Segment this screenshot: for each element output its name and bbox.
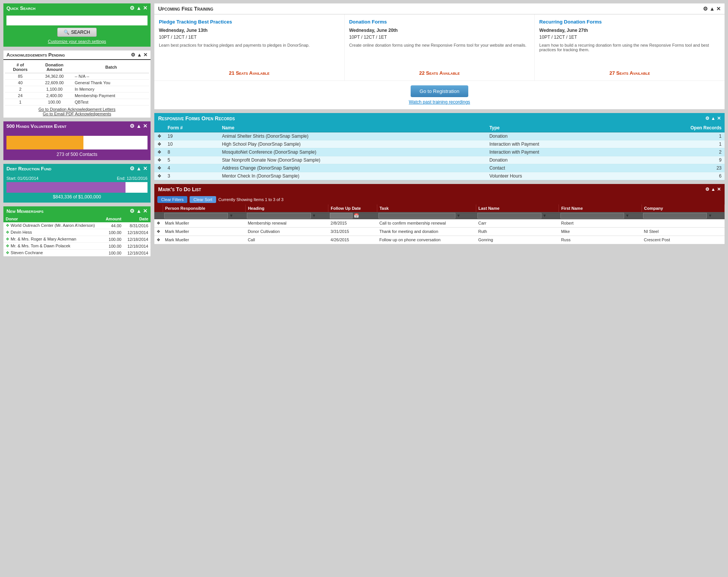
forms-row-arrow[interactable]: ❖ xyxy=(154,164,165,172)
forms-row-arrow[interactable]: ❖ xyxy=(154,148,165,156)
forms-row-num: 8 xyxy=(165,148,219,156)
mem-donor[interactable]: ❖ World Outreach Center (Mr. Aaron A'nde… xyxy=(3,222,102,229)
mem-icons: ⚙ ▲ ✕ xyxy=(130,208,147,214)
forms-close-icon[interactable]: ✕ xyxy=(717,116,721,121)
search-button[interactable]: 🔍 SEARCH xyxy=(57,28,96,37)
todo-row-firstname: Robert xyxy=(559,219,642,228)
training-session-date-1: Wednesday, June 20th xyxy=(349,28,530,33)
filter-calendar-icon[interactable]: 📅 xyxy=(354,213,359,218)
ack-link-pdf[interactable]: Go to Email PDF Acknowledgements xyxy=(5,112,149,116)
mem-collapse-icon[interactable]: ▲ xyxy=(136,208,141,214)
forms-row-name[interactable]: Star Nonprofit Donate Now (DonorSnap Sam… xyxy=(219,156,486,164)
ack-col-batch: Batch xyxy=(73,61,149,73)
forms-collapse-icon[interactable]: ▲ xyxy=(711,116,715,121)
vol-title: 500 Hands Volunteer Event xyxy=(6,123,66,129)
forms-icons: ⚙ ▲ ✕ xyxy=(705,116,721,121)
filter-person-dropdown-icon[interactable]: ▼ xyxy=(229,213,233,218)
forms-row-name[interactable]: MosquitoNet Conference (DonorSnap Sample… xyxy=(219,148,486,156)
mem-gear-icon[interactable]: ⚙ xyxy=(130,208,135,214)
ack-collapse-icon[interactable]: ▲ xyxy=(137,52,142,58)
training-gear-icon[interactable]: ⚙ xyxy=(703,6,708,12)
mem-body: Donor Amount Date ❖ World Outreach Cente… xyxy=(3,215,151,256)
forms-gear-icon[interactable]: ⚙ xyxy=(705,116,709,121)
todo-filter-followup[interactable] xyxy=(330,213,353,219)
mem-arrow: ❖ xyxy=(6,223,11,228)
training-session-title-1[interactable]: Donation Forms xyxy=(349,19,530,25)
mem-close-icon[interactable]: ✕ xyxy=(143,208,147,214)
ack-amount: 34,362.00 xyxy=(36,73,73,80)
filter-task-dropdown-icon[interactable]: ▼ xyxy=(457,213,461,218)
todo-row-company: Crescent Post xyxy=(642,236,724,244)
forms-row-arrow[interactable]: ❖ xyxy=(154,156,165,164)
list-item: ❖ 5 Star Nonprofit Donate Now (DonorSnap… xyxy=(154,156,725,164)
training-session-title-0[interactable]: Pledge Tracking Best Practices xyxy=(159,19,340,25)
todo-gear-icon[interactable]: ⚙ xyxy=(705,187,709,192)
training-collapse-icon[interactable]: ▲ xyxy=(709,6,715,12)
forms-row-name[interactable]: Address Change (DonorSnap Sample) xyxy=(219,164,486,172)
todo-row-person: Mark Mueller xyxy=(163,219,245,228)
vol-close-icon[interactable]: ✕ xyxy=(143,123,147,129)
forms-row-name[interactable]: High School Play (DonorSnap Sample) xyxy=(219,140,486,148)
ack-amount: 100.00 xyxy=(36,99,73,105)
mem-donor[interactable]: ❖ Mr. & Mrs. Tom & Dawn Polacek xyxy=(3,243,102,250)
todo-collapse-icon[interactable]: ▲ xyxy=(711,187,715,192)
mem-donor[interactable]: ❖ Steven Cochrane xyxy=(3,250,102,256)
ack-gear-icon[interactable]: ⚙ xyxy=(131,52,135,58)
watch-link[interactable]: Watch past training recordings xyxy=(409,99,470,105)
forms-row-arrow[interactable]: ❖ xyxy=(154,140,165,148)
vol-collapse-icon[interactable]: ▲ xyxy=(136,123,141,129)
todo-close-icon[interactable]: ✕ xyxy=(717,187,721,192)
list-item: ❖ 19 Animal Shelter Shirts (DonorSnap Sa… xyxy=(154,132,725,140)
table-row: ❖ Mark Mueller Membership renewal 2/8/20… xyxy=(154,219,725,228)
todo-row-arrow[interactable]: ❖ xyxy=(154,228,163,236)
filter-firstname-dropdown-icon[interactable]: ▼ xyxy=(625,213,629,218)
gear-icon[interactable]: ⚙ xyxy=(130,5,135,11)
filter-heading-dropdown-icon[interactable]: ▼ xyxy=(312,213,316,218)
ack-links: Go to Donation Acknowledgement Letters G… xyxy=(5,107,149,116)
todo-filter-person[interactable] xyxy=(164,213,228,219)
clear-sort-button[interactable]: Clear Sort xyxy=(190,196,216,203)
mem-donor[interactable]: ❖ Mr. & Mrs. Roger & Mary Ackerman xyxy=(3,236,102,243)
todo-filter-heading[interactable] xyxy=(247,213,311,219)
todo-filter-task[interactable] xyxy=(378,213,455,219)
forms-col-num: Form # xyxy=(165,124,219,132)
todo-filter-lastname[interactable] xyxy=(477,213,541,219)
forms-row-name[interactable]: Animal Shelter Shirts (DonorSnap Sample) xyxy=(219,132,486,140)
search-input[interactable] xyxy=(8,17,146,24)
customize-link[interactable]: Customize your search settings xyxy=(6,39,147,44)
ack-amount: 1,100.00 xyxy=(36,86,73,93)
forms-row-name[interactable]: Mentor Check In (DonorSnap Sample) xyxy=(219,172,486,180)
clear-filters-button[interactable]: Clear Filters xyxy=(157,196,187,203)
debt-close-icon[interactable]: ✕ xyxy=(143,165,147,171)
mem-date: 12/18/2014 xyxy=(124,229,151,236)
ack-link-letters[interactable]: Go to Donation Acknowledgement Letters xyxy=(5,107,149,112)
training-close-icon[interactable]: ✕ xyxy=(716,6,721,12)
filter-lastname-dropdown-icon[interactable]: ▼ xyxy=(543,213,547,218)
mem-donor[interactable]: ❖ Devin Hess xyxy=(3,229,102,236)
register-button[interactable]: Go to Registration xyxy=(411,85,469,97)
vol-gear-icon[interactable]: ⚙ xyxy=(130,123,135,129)
close-icon[interactable]: ✕ xyxy=(143,5,147,11)
todo-filter-firstname[interactable] xyxy=(560,213,624,219)
debt-gear-icon[interactable]: ⚙ xyxy=(130,165,135,171)
todo-row-task: Call to confirm membership renewal xyxy=(377,219,476,228)
ack-close-icon[interactable]: ✕ xyxy=(143,52,147,58)
collapse-icon[interactable]: ▲ xyxy=(136,5,141,11)
todo-row-arrow[interactable]: ❖ xyxy=(154,219,163,228)
todo-icons: ⚙ ▲ ✕ xyxy=(705,187,721,192)
ack-donors: 85 xyxy=(5,73,36,80)
mem-col-donor: Donor xyxy=(3,215,102,222)
forms-row-records: 23 xyxy=(629,164,725,172)
list-item: ❖ Mr. & Mrs. Roger & Mary Ackerman 100.0… xyxy=(3,236,151,243)
mem-date: 8/31/2016 xyxy=(124,222,151,229)
todo-filter-company[interactable] xyxy=(643,213,707,219)
todo-row-arrow[interactable]: ❖ xyxy=(154,236,163,244)
debt-collapse-icon[interactable]: ▲ xyxy=(136,165,141,171)
todo-row-lastname: Gonring xyxy=(476,236,559,244)
forms-row-arrow[interactable]: ❖ xyxy=(154,172,165,180)
todo-row-followup: 4/26/2015 xyxy=(328,236,377,244)
training-session-title-2[interactable]: Recurring Donation Forms xyxy=(539,19,720,25)
mem-amount: 44.00 xyxy=(102,222,124,229)
forms-row-arrow[interactable]: ❖ xyxy=(154,132,165,140)
filter-company-dropdown-icon[interactable]: ▼ xyxy=(708,213,712,218)
